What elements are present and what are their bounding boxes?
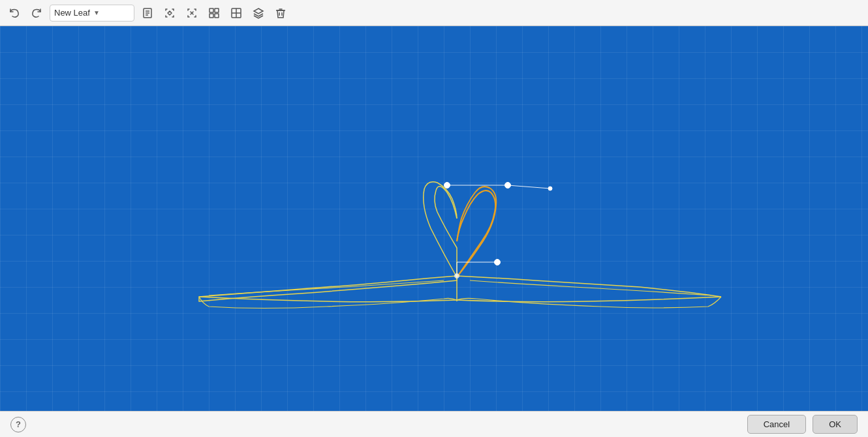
- select-all-button[interactable]: [161, 4, 179, 22]
- dropdown-arrow-icon: ▼: [93, 9, 130, 16]
- canvas-area[interactable]: [0, 26, 868, 411]
- notes-button[interactable]: [138, 4, 157, 22]
- svg-point-20: [444, 183, 450, 188]
- deselect-button[interactable]: [183, 4, 201, 22]
- bottom-bar: ? Cancel OK: [0, 411, 868, 437]
- svg-rect-6: [209, 8, 213, 12]
- svg-point-22: [548, 187, 552, 190]
- help-label: ?: [16, 419, 21, 429]
- svg-rect-7: [215, 8, 219, 12]
- cancel-label: Cancel: [764, 419, 790, 429]
- cancel-button[interactable]: Cancel: [747, 415, 806, 434]
- name-dropdown[interactable]: New Leaf ▼: [50, 5, 134, 22]
- name-value: New Leaf: [54, 8, 91, 18]
- svg-rect-8: [209, 14, 213, 18]
- ok-button[interactable]: OK: [813, 415, 858, 434]
- bottom-buttons: Cancel OK: [747, 415, 858, 434]
- grid1-button[interactable]: [205, 4, 223, 22]
- redo-button[interactable]: [27, 4, 46, 22]
- svg-line-17: [508, 185, 550, 188]
- grid2-button[interactable]: [227, 4, 245, 22]
- svg-point-24: [455, 274, 459, 279]
- svg-rect-9: [215, 14, 219, 18]
- svg-point-21: [505, 183, 511, 188]
- layers-button[interactable]: [249, 4, 268, 22]
- drawing-svg: [0, 26, 868, 411]
- toolbar: New Leaf ▼: [0, 0, 868, 26]
- delete-button[interactable]: [271, 4, 290, 22]
- ok-label: OK: [829, 419, 841, 429]
- help-button[interactable]: ?: [10, 417, 26, 432]
- svg-point-23: [495, 260, 501, 265]
- undo-button[interactable]: [5, 4, 23, 22]
